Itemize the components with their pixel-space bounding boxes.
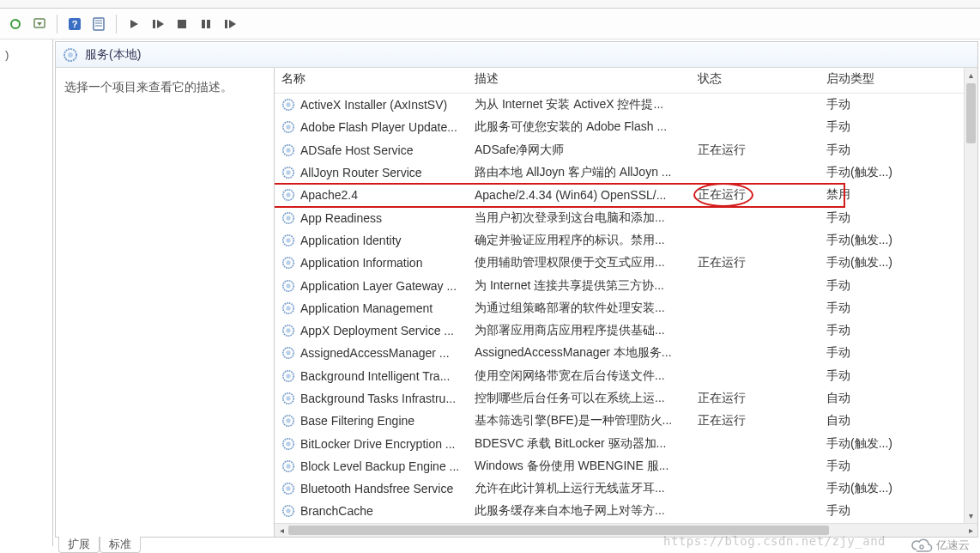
service-startup-cell: 手动 xyxy=(820,500,901,522)
tab-standard[interactable]: 标准 xyxy=(100,537,141,553)
svg-point-0 xyxy=(11,20,20,28)
service-row[interactable]: Apache2.4Apache/2.4.34 (Win64) OpenSSL/.… xyxy=(275,184,977,206)
service-row[interactable]: Application Identity确定并验证应用程序的标识。禁用...手动… xyxy=(275,229,977,252)
service-row[interactable]: Block Level Backup Engine ...Windows 备份使… xyxy=(275,455,977,477)
service-desc-cell: 此服务缓存来自本地子网上对等方... xyxy=(468,500,691,522)
svg-point-28 xyxy=(286,238,290,242)
stop-button[interactable] xyxy=(172,14,192,34)
cloud-icon xyxy=(910,538,933,553)
service-startup-cell: 手动(触发...) xyxy=(820,229,901,252)
service-name-cell: Base Filtering Engine xyxy=(275,410,468,431)
main-area: ) 服务(本地) 选择一个项目来查看它的描述。 名称 描述 状态 xyxy=(0,40,980,546)
service-desc-cell: 使用辅助管理权限便于交互式应用... xyxy=(468,252,691,274)
scroll-thumb-v[interactable] xyxy=(966,83,976,143)
service-row[interactable]: Adobe Flash Player Update...此服务可使您安装的 Ad… xyxy=(275,116,977,138)
service-name-cell: Apache2.4 xyxy=(275,185,468,205)
svg-point-44 xyxy=(286,419,290,423)
service-row[interactable]: BitLocker Drive Encryption ...BDESVC 承载 … xyxy=(275,432,977,454)
col-status[interactable]: 状态 xyxy=(691,68,820,93)
pause-button[interactable] xyxy=(196,14,216,34)
service-state-cell xyxy=(691,349,820,356)
service-desc-cell: 允许在此计算机上运行无线蓝牙耳... xyxy=(468,477,691,500)
service-row[interactable]: Application Information使用辅助管理权限便于交互式应用..… xyxy=(275,252,977,274)
service-desc-cell: 为通过组策略部署的软件处理安装... xyxy=(468,297,691,319)
service-name-cell: AssignedAccessManager ... xyxy=(275,343,468,363)
col-description[interactable]: 描述 xyxy=(468,68,691,93)
service-name-cell: Background Intelligent Tra... xyxy=(275,366,468,386)
svg-point-16 xyxy=(286,102,290,106)
toolbar: ? xyxy=(0,9,980,40)
service-row[interactable]: Background Intelligent Tra...使用空闲网络带宽在后台… xyxy=(275,365,977,387)
scroll-thumb-h[interactable] xyxy=(288,526,829,535)
service-startup-cell: 手动 xyxy=(820,139,901,161)
service-desc-cell: 为部署应用商店应用程序提供基础... xyxy=(468,319,691,342)
service-row[interactable]: AppX Deployment Service ...为部署应用商店应用程序提供… xyxy=(275,319,977,342)
service-row[interactable]: BranchCache此服务缓存来自本地子网上对等方...手动 xyxy=(275,500,977,522)
service-desc-cell: 当用户初次登录到这台电脑和添加... xyxy=(468,207,691,229)
svg-point-30 xyxy=(286,261,290,265)
service-startup-cell: 手动 xyxy=(820,342,901,364)
toolbar-separator xyxy=(57,15,57,33)
restart-button[interactable] xyxy=(220,14,240,34)
service-row[interactable]: AssignedAccessManager ...AssignedAccessM… xyxy=(275,342,977,364)
service-name-cell: Application Layer Gateway ... xyxy=(275,276,468,296)
col-startup[interactable]: 启动类型 xyxy=(820,68,901,93)
service-state-cell xyxy=(691,237,820,244)
svg-point-34 xyxy=(286,306,290,310)
detail-hint: 选择一个项目来查看它的描述。 xyxy=(64,80,233,94)
service-row[interactable]: Application Management为通过组策略部署的软件处理安装...… xyxy=(275,297,977,319)
service-row[interactable]: AllJoyn Router Service路由本地 AllJoyn 客户端的 … xyxy=(275,161,977,184)
service-desc-cell: Apache/2.4.34 (Win64) OpenSSL/... xyxy=(468,185,691,205)
service-name-cell: Bluetooth Handsfree Service xyxy=(275,478,468,499)
service-state-cell xyxy=(691,507,820,514)
tree-pane[interactable]: ) xyxy=(0,40,53,546)
scroll-left-arrow[interactable]: ◂ xyxy=(275,523,288,537)
service-row[interactable]: Application Layer Gateway ...为 Internet … xyxy=(275,274,977,296)
service-row[interactable]: ActiveX Installer (AxInstSV)为从 Internet … xyxy=(275,94,977,116)
service-state-cell xyxy=(691,124,820,131)
scroll-down-arrow[interactable]: ▾ xyxy=(965,509,977,523)
service-startup-cell: 禁用 xyxy=(820,184,901,206)
svg-point-46 xyxy=(286,441,290,446)
service-name-cell: Background Tasks Infrastru... xyxy=(275,388,468,409)
service-row[interactable]: Background Tasks Infrastru...控制哪些后台任务可以在… xyxy=(275,387,977,410)
start-button[interactable] xyxy=(124,14,144,34)
scroll-right-arrow[interactable]: ▸ xyxy=(964,523,977,537)
service-row[interactable]: Base Filtering Engine基本筛选引擎(BFE)是一种管理防火.… xyxy=(275,410,977,432)
watermark-brand: 亿速云 xyxy=(910,538,970,553)
service-desc-cell: 使用空闲网络带宽在后台传送文件... xyxy=(468,365,691,387)
export-button[interactable] xyxy=(29,14,50,34)
col-name[interactable]: 名称 xyxy=(275,68,468,93)
service-startup-cell: 手动 xyxy=(820,94,901,116)
scrollbar-vertical[interactable]: ▴ ▾ xyxy=(964,68,977,523)
service-state-cell xyxy=(691,441,820,447)
svg-text:?: ? xyxy=(72,19,78,29)
services-pane: 服务(本地) 选择一个项目来查看它的描述。 名称 描述 状态 启动类型 Acti xyxy=(55,41,978,538)
service-desc-cell: BDESVC 承载 BitLocker 驱动器加... xyxy=(468,433,691,455)
service-name-cell: Application Management xyxy=(275,298,468,319)
service-desc-cell: 为 Internet 连接共享提供第三方协... xyxy=(468,275,691,297)
tab-extended[interactable]: 扩展 xyxy=(58,537,100,553)
help-button[interactable]: ? xyxy=(64,14,85,34)
properties-button[interactable] xyxy=(88,14,109,34)
service-name-cell: BranchCache xyxy=(275,501,468,521)
service-startup-cell: 手动 xyxy=(820,297,901,319)
toolbar-separator xyxy=(116,15,117,33)
service-row[interactable]: App Readiness当用户初次登录到这台电脑和添加...手动 xyxy=(275,206,977,228)
service-list[interactable]: 名称 描述 状态 启动类型 ActiveX Installer (AxInstS… xyxy=(275,68,977,537)
scroll-up-arrow[interactable]: ▴ xyxy=(965,68,977,82)
body-split: 选择一个项目来查看它的描述。 名称 描述 状态 启动类型 ActiveX Ins… xyxy=(56,68,977,537)
service-name-cell: Adobe Flash Player Update... xyxy=(275,117,468,137)
service-desc-cell: 控制哪些后台任务可以在系统上运... xyxy=(468,387,691,410)
pause-play-button[interactable] xyxy=(148,14,168,34)
pane-title: 服务(本地) xyxy=(85,47,141,63)
service-state-cell xyxy=(691,283,820,289)
column-headers[interactable]: 名称 描述 状态 启动类型 xyxy=(275,68,977,94)
service-desc-cell: AssignedAccessManager 本地服务... xyxy=(468,342,691,364)
svg-rect-8 xyxy=(153,20,155,28)
refresh-button[interactable] xyxy=(5,14,26,34)
service-row[interactable]: ADSafe Host ServiceADSafe净网大师正在运行手动 xyxy=(275,139,977,161)
service-startup-cell: 自动 xyxy=(820,387,901,410)
service-row[interactable]: Bluetooth Handsfree Service允许在此计算机上运行无线蓝… xyxy=(275,477,977,500)
service-desc-cell: Windows 备份使用 WBENGINE 服... xyxy=(468,455,691,477)
